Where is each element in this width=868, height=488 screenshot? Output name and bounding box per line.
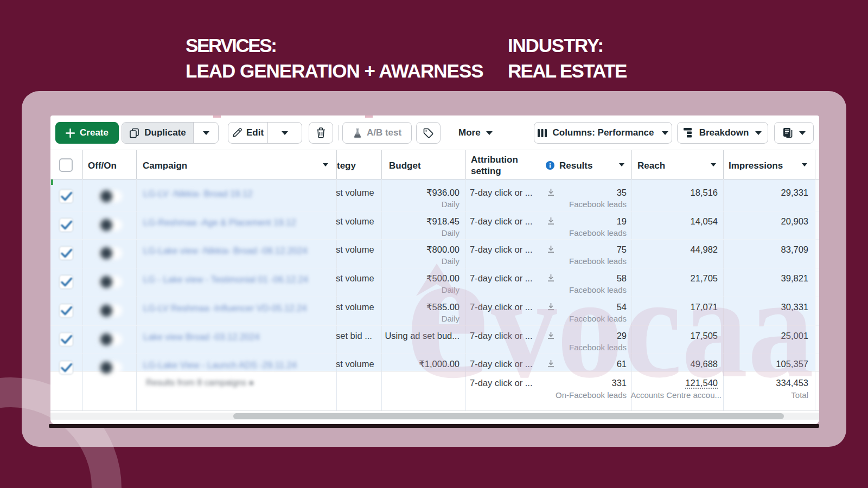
svg-text:vocaa: vocaa [491, 246, 814, 408]
svg-text:e: e [411, 233, 489, 412]
